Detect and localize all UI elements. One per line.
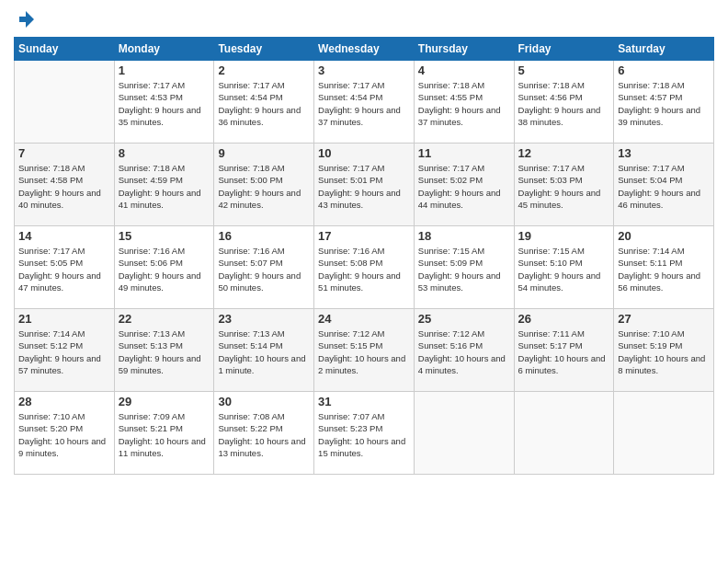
cell-content: Sunrise: 7:08 AMSunset: 5:22 PMDaylight:…	[218, 410, 310, 459]
col-sunday: Sunday	[15, 38, 115, 61]
calendar-cell: 3Sunrise: 7:17 AMSunset: 4:54 PMDaylight…	[314, 61, 415, 144]
cell-content: Sunrise: 7:14 AMSunset: 5:11 PMDaylight:…	[618, 245, 710, 293]
calendar-week-row: 1Sunrise: 7:17 AMSunset: 4:53 PMDaylight…	[15, 61, 714, 144]
col-saturday: Saturday	[614, 38, 714, 61]
cell-content: Sunrise: 7:15 AMSunset: 5:10 PMDaylight:…	[518, 245, 610, 293]
day-number: 26	[518, 312, 610, 326]
calendar-header-row: Sunday Monday Tuesday Wednesday Thursday…	[15, 38, 714, 61]
calendar-cell: 12Sunrise: 7:17 AMSunset: 5:03 PMDayligh…	[514, 144, 614, 226]
calendar-week-row: 14Sunrise: 7:17 AMSunset: 5:05 PMDayligh…	[15, 226, 714, 309]
cell-content: Sunrise: 7:17 AMSunset: 4:54 PMDaylight:…	[318, 79, 410, 128]
cell-content: Sunrise: 7:17 AMSunset: 5:03 PMDaylight:…	[518, 162, 610, 211]
day-number: 7	[18, 146, 110, 160]
calendar-cell	[514, 392, 614, 475]
col-tuesday: Tuesday	[214, 38, 314, 61]
day-number: 3	[318, 63, 410, 77]
col-monday: Monday	[114, 38, 214, 61]
calendar-cell: 2Sunrise: 7:17 AMSunset: 4:54 PMDaylight…	[214, 61, 314, 144]
cell-content: Sunrise: 7:11 AMSunset: 5:17 PMDaylight:…	[518, 327, 610, 376]
cell-content: Sunrise: 7:17 AMSunset: 4:54 PMDaylight:…	[218, 79, 310, 128]
day-number: 2	[218, 63, 310, 77]
day-number: 20	[618, 229, 710, 243]
day-number: 5	[518, 63, 610, 77]
calendar-cell: 8Sunrise: 7:18 AMSunset: 4:59 PMDaylight…	[114, 144, 214, 226]
calendar-cell: 23Sunrise: 7:13 AMSunset: 5:14 PMDayligh…	[214, 309, 314, 392]
calendar-cell: 16Sunrise: 7:16 AMSunset: 5:07 PMDayligh…	[214, 226, 314, 309]
cell-content: Sunrise: 7:18 AMSunset: 4:55 PMDaylight:…	[418, 79, 510, 128]
calendar-cell: 25Sunrise: 7:12 AMSunset: 5:16 PMDayligh…	[414, 309, 514, 392]
calendar-cell	[15, 61, 115, 144]
day-number: 4	[418, 63, 510, 77]
cell-content: Sunrise: 7:10 AMSunset: 5:20 PMDaylight:…	[18, 410, 110, 459]
calendar-week-row: 21Sunrise: 7:14 AMSunset: 5:12 PMDayligh…	[15, 309, 714, 392]
day-number: 14	[18, 229, 110, 243]
cell-content: Sunrise: 7:18 AMSunset: 4:57 PMDaylight:…	[618, 79, 710, 128]
header	[14, 9, 714, 29]
cell-content: Sunrise: 7:14 AMSunset: 5:12 PMDaylight:…	[18, 327, 110, 376]
calendar-cell: 10Sunrise: 7:17 AMSunset: 5:01 PMDayligh…	[314, 144, 415, 226]
day-number: 12	[518, 146, 610, 160]
day-number: 16	[218, 229, 310, 243]
calendar-cell: 14Sunrise: 7:17 AMSunset: 5:05 PMDayligh…	[15, 226, 115, 309]
calendar-cell: 4Sunrise: 7:18 AMSunset: 4:55 PMDaylight…	[414, 61, 514, 144]
day-number: 19	[518, 229, 610, 243]
calendar-cell: 15Sunrise: 7:16 AMSunset: 5:06 PMDayligh…	[114, 226, 214, 309]
cell-content: Sunrise: 7:12 AMSunset: 5:15 PMDaylight:…	[318, 327, 410, 376]
calendar-cell: 6Sunrise: 7:18 AMSunset: 4:57 PMDaylight…	[614, 61, 714, 144]
calendar-cell	[614, 392, 714, 475]
calendar-cell: 22Sunrise: 7:13 AMSunset: 5:13 PMDayligh…	[114, 309, 214, 392]
calendar-cell: 24Sunrise: 7:12 AMSunset: 5:15 PMDayligh…	[314, 309, 415, 392]
day-number: 22	[119, 312, 210, 326]
day-number: 25	[418, 312, 510, 326]
day-number: 30	[218, 395, 310, 408]
day-number: 17	[318, 229, 410, 243]
day-number: 24	[318, 312, 410, 326]
cell-content: Sunrise: 7:13 AMSunset: 5:14 PMDaylight:…	[218, 327, 310, 376]
day-number: 11	[418, 146, 510, 160]
calendar-cell: 11Sunrise: 7:17 AMSunset: 5:02 PMDayligh…	[414, 144, 514, 226]
day-number: 31	[318, 395, 410, 408]
calendar-cell: 20Sunrise: 7:14 AMSunset: 5:11 PMDayligh…	[614, 226, 714, 309]
cell-content: Sunrise: 7:18 AMSunset: 4:58 PMDaylight:…	[18, 162, 110, 211]
calendar-cell: 28Sunrise: 7:10 AMSunset: 5:20 PMDayligh…	[15, 392, 115, 475]
cell-content: Sunrise: 7:17 AMSunset: 4:53 PMDaylight:…	[119, 79, 210, 128]
day-number: 6	[618, 63, 710, 77]
calendar-table: Sunday Monday Tuesday Wednesday Thursday…	[14, 37, 714, 475]
col-thursday: Thursday	[414, 38, 514, 61]
svg-marker-0	[19, 11, 34, 28]
calendar-cell: 19Sunrise: 7:15 AMSunset: 5:10 PMDayligh…	[514, 226, 614, 309]
calendar-cell: 21Sunrise: 7:14 AMSunset: 5:12 PMDayligh…	[15, 309, 115, 392]
cell-content: Sunrise: 7:17 AMSunset: 5:05 PMDaylight:…	[18, 245, 110, 293]
cell-content: Sunrise: 7:07 AMSunset: 5:23 PMDaylight:…	[318, 410, 410, 459]
calendar-cell: 27Sunrise: 7:10 AMSunset: 5:19 PMDayligh…	[614, 309, 714, 392]
cell-content: Sunrise: 7:16 AMSunset: 5:08 PMDaylight:…	[318, 245, 410, 293]
cell-content: Sunrise: 7:13 AMSunset: 5:13 PMDaylight:…	[119, 327, 210, 376]
cell-content: Sunrise: 7:17 AMSunset: 5:02 PMDaylight:…	[418, 162, 510, 211]
day-number: 10	[318, 146, 410, 160]
day-number: 29	[119, 395, 210, 408]
logo	[14, 9, 36, 29]
cell-content: Sunrise: 7:15 AMSunset: 5:09 PMDaylight:…	[418, 245, 510, 293]
cell-content: Sunrise: 7:18 AMSunset: 4:56 PMDaylight:…	[518, 79, 610, 128]
logo-flag-icon	[16, 9, 36, 29]
calendar-cell: 31Sunrise: 7:07 AMSunset: 5:23 PMDayligh…	[314, 392, 415, 475]
calendar-cell: 17Sunrise: 7:16 AMSunset: 5:08 PMDayligh…	[314, 226, 415, 309]
day-number: 1	[119, 63, 210, 77]
col-friday: Friday	[514, 38, 614, 61]
calendar-cell: 18Sunrise: 7:15 AMSunset: 5:09 PMDayligh…	[414, 226, 514, 309]
calendar-cell: 29Sunrise: 7:09 AMSunset: 5:21 PMDayligh…	[114, 392, 214, 475]
day-number: 28	[18, 395, 110, 408]
page: Sunday Monday Tuesday Wednesday Thursday…	[0, 0, 728, 563]
cell-content: Sunrise: 7:17 AMSunset: 5:04 PMDaylight:…	[618, 162, 710, 211]
calendar-cell: 30Sunrise: 7:08 AMSunset: 5:22 PMDayligh…	[214, 392, 314, 475]
day-number: 9	[218, 146, 310, 160]
cell-content: Sunrise: 7:09 AMSunset: 5:21 PMDaylight:…	[119, 410, 210, 459]
day-number: 13	[618, 146, 710, 160]
day-number: 23	[218, 312, 310, 326]
day-number: 8	[119, 146, 210, 160]
day-number: 21	[18, 312, 110, 326]
calendar-cell: 5Sunrise: 7:18 AMSunset: 4:56 PMDaylight…	[514, 61, 614, 144]
cell-content: Sunrise: 7:18 AMSunset: 5:00 PMDaylight:…	[218, 162, 310, 211]
cell-content: Sunrise: 7:18 AMSunset: 4:59 PMDaylight:…	[119, 162, 210, 211]
cell-content: Sunrise: 7:10 AMSunset: 5:19 PMDaylight:…	[618, 327, 710, 376]
